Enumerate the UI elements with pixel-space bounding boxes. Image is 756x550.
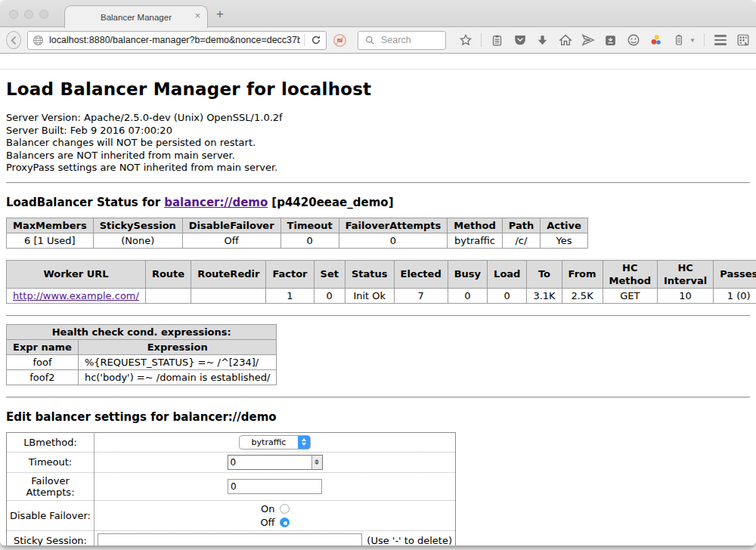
table-header-row: Worker URL Route RouteRedir Factor Set S… — [7, 260, 756, 288]
feedback-smiley-icon[interactable] — [626, 33, 640, 48]
navigation-toolbar: localhost:8880/balancer-manager?b=demo&n… — [0, 27, 756, 54]
window-controls[interactable] — [9, 10, 48, 19]
failover-attempts-input[interactable] — [228, 479, 322, 494]
tab-bar: Balancer Manager × + — [0, 0, 756, 27]
table-row: foof %{REQUEST_STATUS} =~ /^[234]/ — [7, 354, 277, 369]
disable-failover-off-radio[interactable] — [280, 518, 290, 527]
downloads-icon[interactable] — [535, 33, 550, 48]
toolbar-icons: ▼ — [458, 33, 750, 48]
lbmethod-label: LBmethod: — [7, 432, 94, 452]
menu-hamburger-icon[interactable] — [713, 33, 727, 48]
edit-balancer-heading: Edit balancer settings for balancer://de… — [6, 410, 750, 424]
worker-url-link[interactable]: http://www.example.com/ — [13, 290, 139, 301]
plugin-blocked-icon[interactable] — [333, 33, 347, 48]
minimize-window-button[interactable] — [24, 10, 33, 19]
page-content: Load Balancer Manager for localhost Serv… — [0, 70, 756, 545]
zoom-window-button[interactable] — [39, 10, 48, 19]
pocket-icon[interactable] — [513, 33, 527, 48]
back-button[interactable] — [6, 31, 21, 49]
failover-attempts-label: Failover Attempts: — [7, 472, 94, 500]
note-line-1: Balancer changes will NOT be persisted o… — [6, 137, 750, 150]
chevron-down-icon[interactable]: ▼ — [689, 37, 696, 44]
table-row: foof2 hc('body') =~ /domain is establish… — [7, 369, 277, 385]
table-row: 6 [1 Used] (None) Off 0 0 bytraffic /c/ … — [7, 233, 588, 248]
balancer-demo-link[interactable]: balancer://demo — [164, 196, 268, 209]
bookmarks-clipboard-icon[interactable] — [490, 33, 504, 48]
search-bar[interactable]: Search — [358, 31, 446, 50]
timeout-label: Timeout: — [7, 452, 94, 472]
health-check-table: Health check cond. expressions: Expr nam… — [6, 324, 277, 385]
sticky-session-label: Sticky Session: — [7, 530, 94, 545]
table-row: http://www.example.com/ 1 0 Init Ok 7 0 … — [7, 288, 756, 303]
search-placeholder[interactable]: Search — [381, 35, 411, 45]
reload-icon[interactable] — [308, 33, 323, 48]
url-bar[interactable]: localhost:8880/balancer-manager?b=demo&n… — [27, 31, 327, 50]
page-title: Load Balancer Manager for localhost — [6, 79, 750, 99]
table-header-row: MaxMembers StickySession DisableFailover… — [7, 218, 588, 233]
note-line-3: ProxyPass settings are NOT inherited fro… — [6, 162, 750, 175]
divider — [6, 182, 750, 184]
worker-table: Worker URL Route RouteRedir Factor Set S… — [6, 260, 756, 304]
health-table-title: Health check cond. expressions: — [7, 324, 277, 339]
site-identity-icon[interactable] — [31, 33, 45, 48]
note-line-2: Balancers are NOT inherited from main se… — [6, 150, 750, 162]
send-icon[interactable] — [581, 33, 595, 48]
sticky-session-input[interactable] — [98, 533, 362, 546]
divider — [6, 397, 750, 398]
bookmarks-bar — [0, 54, 756, 70]
sticky-session-note: (Use '-' to delete) — [367, 535, 452, 545]
colored-dots-extension-icon[interactable] — [649, 33, 663, 48]
server-info: Server Version: Apache/2.5.0-dev (Unix) … — [6, 112, 750, 175]
timeout-input[interactable] — [228, 455, 323, 470]
home-icon[interactable] — [558, 33, 572, 48]
server-version-line: Server Version: Apache/2.5.0-dev (Unix) … — [6, 112, 750, 125]
disable-failover-label: Disable Failover: — [7, 500, 94, 530]
tab-title: Balancer Manager — [101, 13, 172, 22]
bookmark-star-icon[interactable] — [458, 33, 472, 48]
close-window-button[interactable] — [9, 10, 18, 19]
table-header-row: Expr name Expression — [7, 339, 277, 354]
disable-failover-on-radio[interactable] — [280, 504, 290, 514]
browser-window: Balancer Manager × + localhost:8880/bala… — [0, 0, 756, 545]
radio-off-label: Off — [260, 517, 274, 528]
search-icon — [363, 33, 377, 48]
balancer-status-table: MaxMembers StickySession DisableFailover… — [6, 218, 588, 249]
extension-grid-icon[interactable] — [736, 33, 750, 48]
tab-balancer-manager[interactable]: Balancer Manager × — [64, 5, 208, 28]
battery-panel-icon[interactable] — [671, 33, 686, 48]
new-tab-button[interactable]: + — [216, 7, 224, 22]
tab-close-icon[interactable]: × — [195, 11, 200, 21]
edit-balancer-form: LBmethod: bytraffic Timeout: — [6, 432, 456, 546]
server-built-line: Server Built: Feb 9 2016 07:00:20 — [6, 125, 750, 138]
radio-on-label: On — [261, 503, 274, 514]
select-stepper-icon — [298, 435, 310, 450]
lbmethod-select[interactable]: bytraffic — [239, 435, 311, 450]
number-spinner-icon[interactable] — [311, 456, 322, 469]
url-text[interactable]: localhost:8880/balancer-manager?b=demo&n… — [49, 35, 300, 45]
loadbalancer-status-heading: LoadBalancer Status for balancer://demo … — [6, 196, 750, 209]
divider — [6, 315, 750, 317]
download-box-icon[interactable] — [603, 33, 618, 48]
